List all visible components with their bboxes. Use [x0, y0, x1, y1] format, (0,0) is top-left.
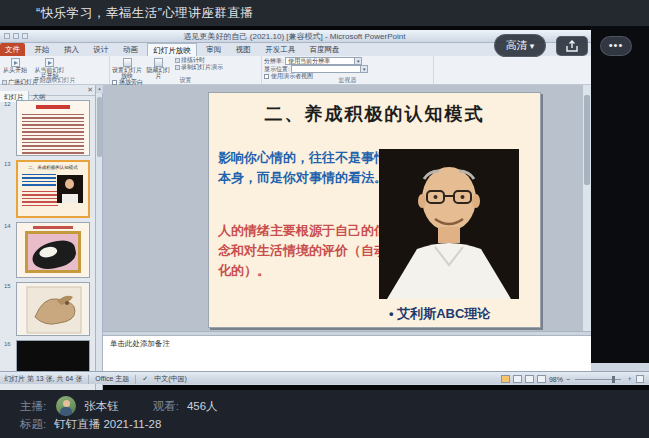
more-button[interactable]: ••• [600, 36, 632, 56]
albert-ellis-portrait [379, 149, 519, 299]
zoom-level: 98% [549, 376, 563, 383]
hide-slide-button[interactable]: 隐藏幻灯片 [146, 57, 170, 79]
live-video-area[interactable]: 遇见更美好的自己 (2021.10) [兼容模式] - Microsoft Po… [0, 26, 649, 390]
setup-slideshow-button[interactable]: 设置幻灯片放映 [112, 57, 142, 79]
bullet-text: 艾利斯ABC理论 [397, 306, 490, 321]
resolution-select[interactable]: 使用当前分辨率 [285, 57, 355, 65]
thumb-text-lines [22, 112, 84, 154]
show-on-select[interactable] [291, 65, 361, 73]
thumb-portrait [57, 175, 83, 203]
slide-title: 二、养成积极的认知模式 [209, 102, 540, 126]
tab-baidu-pan[interactable]: 百度网盘 [305, 43, 345, 56]
group-label: 监视器 [262, 77, 433, 84]
clock-icon [175, 58, 180, 63]
ppt-title-bar: 遇见更美好的自己 (2021.10) [兼容模式] - Microsoft Po… [0, 30, 649, 43]
tab-animation[interactable]: 动画 [118, 43, 143, 56]
scroll-up-icon[interactable]: ▲ [96, 85, 103, 93]
setup-icon [123, 58, 132, 67]
quality-button[interactable]: 高清▾ [494, 34, 546, 57]
slide-number: 14 [4, 223, 11, 229]
theme-name[interactable]: Office 主题 [95, 374, 129, 384]
thumb-title: 二、养成积极的认知模式 [18, 165, 88, 171]
language-indicator[interactable]: 中文(中国) [154, 374, 187, 384]
slide-number: 12 [4, 101, 11, 107]
notes-pane[interactable]: 单击此处添加备注 [103, 336, 591, 371]
thumbnail-row-14: 14 [16, 222, 91, 278]
play-icon [11, 58, 20, 67]
share-icon [565, 40, 579, 53]
zoom-slider[interactable] [575, 379, 621, 380]
ribbon-group-start-slideshow: 从头开始 从当前幻灯片开始 广播幻灯片 自定义幻灯片放映 开始放映幻灯片 [0, 56, 110, 84]
tab-insert[interactable]: 插入 [59, 43, 84, 56]
thumbnail-row-15: 15 [16, 282, 91, 336]
group-label: 开始放映幻灯片 [0, 77, 109, 84]
live-header-bar: “快乐学习，幸福生活”心理讲座群直播 [0, 0, 649, 26]
slide-sorter-view-icon[interactable] [513, 375, 522, 383]
thumbnail-row-12: 12 [16, 100, 91, 156]
scrollbar-thumb[interactable] [97, 97, 102, 157]
stream-title: 钉钉直播 2021-11-28 [54, 417, 161, 432]
live-title: “快乐学习，幸福生活”心理讲座群直播 [36, 5, 253, 22]
play-icon [45, 58, 54, 67]
anchor-name: 张本钰 [84, 399, 119, 414]
normal-view-icon[interactable] [501, 375, 510, 383]
chevron-down-icon[interactable]: ▾ [355, 57, 362, 65]
ppt-status-bar: 幻灯片 第 13 张, 共 64 张 Office 主题 ✓ 中文(中国) 98… [0, 371, 649, 384]
slide-thumbnail-14[interactable] [16, 222, 90, 278]
slide-thumbnail-15[interactable] [16, 282, 90, 336]
tab-design[interactable]: 设计 [88, 43, 113, 56]
slide-counter: 幻灯片 第 13 张, 共 64 张 [4, 374, 82, 384]
framed-painting [25, 231, 81, 273]
canvas-scrollbar[interactable] [583, 85, 591, 331]
ribbon: 从头开始 从当前幻灯片开始 广播幻灯片 自定义幻灯片放映 开始放映幻灯片 设置幻… [0, 56, 649, 85]
from-beginning-button[interactable]: 从头开始 [2, 57, 28, 73]
record-icon [175, 65, 180, 70]
thumb-red-text-lines [22, 191, 58, 207]
bullet-marker: • [389, 306, 394, 321]
slide-number: 16 [4, 341, 11, 347]
viewers-label: 观看: [153, 399, 179, 414]
from-current-slide-button[interactable]: 从当前幻灯片开始 [32, 57, 66, 79]
share-button[interactable] [556, 36, 588, 56]
slide-number: 13 [4, 161, 11, 167]
zoom-in-icon[interactable]: ＋ [626, 374, 633, 384]
zoom-out-icon[interactable]: − [566, 376, 570, 383]
thumbnail-row-13: 13 二、养成积极的认知模式 [16, 160, 91, 218]
slide-canvas: 二、养成积极的认知模式 影响你心情的，往往不是事情本身，而是你对事情的看法。 人… [103, 85, 583, 331]
chevron-down-icon: ▾ [530, 41, 535, 51]
tab-review[interactable]: 审阅 [201, 43, 226, 56]
group-label: 设置 [110, 77, 261, 84]
close-icon[interactable]: ✕ [87, 86, 93, 94]
panel-scrollbar[interactable]: ▲ [96, 85, 103, 401]
fit-to-window-icon[interactable] [636, 375, 644, 383]
scrollbar-thumb[interactable] [584, 95, 590, 185]
rehearse-timings-button[interactable]: 排练计时 [175, 57, 223, 64]
panel-tabs: 幻灯片大纲 ✕ [0, 85, 95, 96]
chevron-down-icon[interactable]: ▾ [361, 65, 368, 73]
slide-thumbnail-panel: 幻灯片大纲 ✕ 12 13 二、养成积极的认知模式 [0, 85, 96, 401]
zoom-slider-thumb[interactable] [612, 376, 615, 383]
slide-bullet: • 艾利斯ABC理论 [389, 305, 490, 323]
slideshow-view-icon[interactable] [537, 375, 546, 383]
thumb-blue-text-lines [22, 174, 56, 186]
bird-sketch-image [17, 283, 90, 336]
stream-info-bar: 主播: 张本钰 观看: 456人 标题: 钉钉直播 2021-11-28 [0, 390, 649, 438]
thumb-title-line [33, 226, 73, 229]
record-slideshow-button[interactable]: 录制幻灯片演示 [175, 64, 223, 71]
thumb-title-line [36, 105, 70, 109]
tab-view[interactable]: 视图 [231, 43, 256, 56]
reading-view-icon[interactable] [525, 375, 534, 383]
tab-developer[interactable]: 开发工具 [260, 43, 300, 56]
tab-home[interactable]: 开始 [29, 43, 54, 56]
stream-title-label: 标题: [20, 417, 46, 432]
ribbon-group-setup: 设置幻灯片放映 隐藏幻灯片 排练计时 录制幻灯片演示 播放旁白 使用计时 显示媒… [110, 56, 262, 84]
current-slide: 二、养成积极的认知模式 影响你心情的，往往不是事情本身，而是你对事情的看法。 人… [208, 92, 541, 328]
right-dark-panel [591, 26, 649, 363]
tab-slideshow[interactable]: 幻灯片放映 [147, 43, 197, 56]
slide-thumbnail-13-selected[interactable]: 二、养成积极的认知模式 [16, 160, 90, 218]
spell-check-icon[interactable]: ✓ [142, 375, 148, 383]
slide-thumbnail-12[interactable] [16, 100, 90, 156]
notes-placeholder: 单击此处添加备注 [110, 339, 591, 349]
tab-file[interactable]: 文件 [0, 43, 25, 56]
anchor-avatar [56, 396, 76, 416]
